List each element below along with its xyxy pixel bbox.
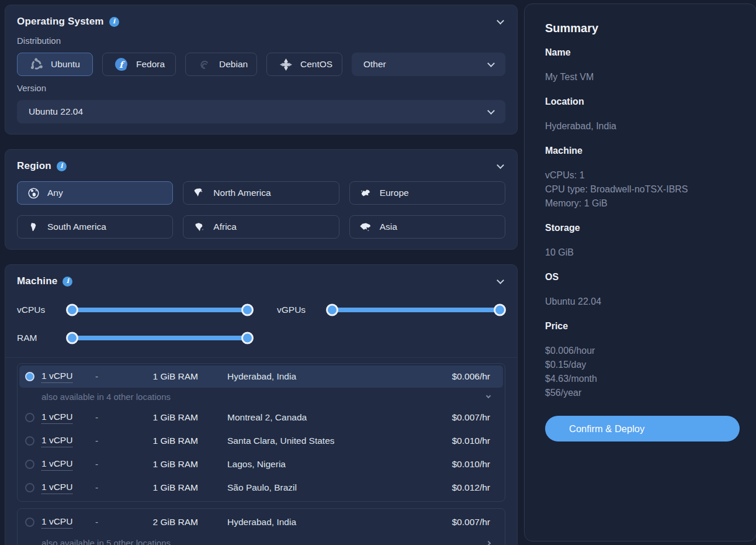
radio-icon[interactable] bbox=[25, 483, 34, 492]
region-button-north-america[interactable]: North America bbox=[183, 181, 339, 205]
summary-panel: Summary Name My Test VM Location Hyderab… bbox=[524, 4, 756, 541]
plan-vcpu: 1 vCPU bbox=[41, 435, 72, 447]
ram-range-slider[interactable] bbox=[67, 336, 253, 340]
plan-row[interactable]: 1 vCPU - 1 GiB RAM São Paulo, Brazil $0.… bbox=[19, 476, 503, 499]
more-locations-label: also available in 4 other locations bbox=[41, 392, 171, 402]
region-button-africa[interactable]: Africa bbox=[183, 215, 339, 239]
plan-row[interactable]: 1 vCPU - 1 GiB RAM Santa Clara, United S… bbox=[19, 429, 503, 453]
plan-vcpu: 1 vCPU bbox=[41, 482, 72, 494]
more-locations-label: also available in 5 other locations bbox=[41, 538, 171, 545]
summary-os-value: Ubuntu 22.04 bbox=[545, 295, 740, 309]
other-distro-select[interactable]: Other bbox=[352, 53, 505, 76]
plan-row[interactable]: 1 vCPU - 1 GiB RAM Lagos, Nigeria $0.010… bbox=[19, 453, 503, 476]
centos-logo-icon bbox=[279, 57, 293, 71]
vgpus-slider-row: vGPUs bbox=[277, 300, 505, 320]
info-icon[interactable]: i bbox=[63, 277, 72, 287]
radio-icon[interactable] bbox=[25, 518, 34, 527]
region-label: North America bbox=[213, 188, 271, 198]
slider-handle-min[interactable] bbox=[66, 304, 78, 316]
radio-icon[interactable] bbox=[25, 413, 34, 422]
region-title: Region bbox=[17, 160, 51, 172]
chevron-down-icon[interactable] bbox=[497, 161, 504, 169]
region-label: Asia bbox=[380, 222, 397, 232]
plan-separator: - bbox=[95, 482, 122, 493]
chevron-down-icon bbox=[486, 393, 491, 398]
plan-ram: 1 GiB RAM bbox=[122, 412, 198, 423]
region-buttons: Any North America Europe bbox=[17, 181, 505, 239]
plan-separator: - bbox=[95, 371, 122, 382]
plan-location: São Paulo, Brazil bbox=[227, 482, 452, 493]
more-locations-toggle[interactable]: also available in 5 other locations bbox=[19, 534, 503, 545]
plan-row[interactable]: 1 vCPU - 1 GiB RAM Montreal 2, Canada $0… bbox=[19, 406, 503, 429]
summary-storage-label: Storage bbox=[545, 223, 740, 233]
region-label: Europe bbox=[380, 188, 409, 198]
slider-handle-min[interactable] bbox=[66, 332, 78, 344]
plan-location: Hyderabad, India bbox=[227, 371, 452, 382]
africa-icon bbox=[193, 221, 206, 233]
plan-separator: - bbox=[95, 517, 122, 527]
plan-separator: - bbox=[95, 412, 122, 423]
chevron-down-icon bbox=[487, 60, 495, 67]
radio-icon[interactable] bbox=[25, 436, 34, 446]
distro-button-centos[interactable]: CentOS bbox=[266, 53, 342, 76]
slider-handle-max[interactable] bbox=[241, 332, 254, 344]
confirm-deploy-button[interactable]: Confirm & Deploy bbox=[545, 416, 740, 441]
region-button-south-america[interactable]: South America bbox=[17, 215, 173, 239]
slider-handle-min[interactable] bbox=[326, 304, 338, 316]
distro-button-ubuntu[interactable]: Ubuntu bbox=[17, 53, 93, 76]
plan-price: $0.012/hr bbox=[452, 482, 491, 493]
vgpus-range-slider[interactable] bbox=[327, 308, 505, 312]
machine-title: Machine bbox=[17, 275, 57, 287]
plan-price: $0.006/hr bbox=[452, 371, 491, 382]
vcpus-slider-label: vCPUs bbox=[17, 305, 67, 315]
ram-slider-label: RAM bbox=[17, 333, 67, 343]
europe-icon bbox=[359, 187, 372, 199]
region-button-europe[interactable]: Europe bbox=[349, 181, 505, 205]
distro-button-fedora[interactable]: f Fedora bbox=[102, 53, 176, 76]
info-icon[interactable]: i bbox=[109, 17, 119, 27]
version-label: Version bbox=[17, 83, 505, 93]
version-select[interactable]: Ubuntu 22.04 bbox=[17, 100, 505, 123]
summary-machine-memory: Memory: 1 GiB bbox=[545, 196, 740, 211]
chevron-down-icon[interactable] bbox=[497, 277, 504, 284]
summary-name-label: Name bbox=[545, 47, 740, 58]
info-icon[interactable]: i bbox=[57, 161, 67, 171]
summary-machine-label: Machine bbox=[545, 146, 740, 156]
region-button-asia[interactable]: Asia bbox=[349, 215, 505, 239]
vgpus-slider-label: vGPUs bbox=[277, 305, 327, 315]
south-america-icon bbox=[27, 221, 40, 233]
summary-machine-cpu-type: CPU type: Broadwell-noTSX-IBRS bbox=[545, 182, 740, 196]
summary-price-month: $4.63/month bbox=[545, 372, 740, 386]
summary-price-label: Price bbox=[545, 321, 740, 332]
slider-handle-max[interactable] bbox=[241, 304, 254, 316]
other-distro-value: Other bbox=[363, 59, 386, 70]
vcpus-slider-row: vCPUs bbox=[17, 300, 253, 320]
machine-sliders: vCPUs vGPUs RAM bbox=[17, 300, 505, 348]
operating-system-section: Operating System i Distribution Ubuntu bbox=[5, 5, 518, 134]
plan-vcpu: 1 vCPU bbox=[41, 458, 72, 471]
chevron-down-icon bbox=[487, 107, 495, 115]
plan-ram: 1 GiB RAM bbox=[122, 436, 198, 446]
plan-location: Montreal 2, Canada bbox=[227, 412, 452, 423]
summary-storage-value: 10 GiB bbox=[545, 246, 740, 260]
summary-price-year: $56/year bbox=[545, 386, 740, 400]
plan-group: 1 vCPU - 2 GiB RAM Hyderabad, India $0.0… bbox=[17, 508, 505, 545]
plan-ram: 1 GiB RAM bbox=[122, 482, 198, 493]
plan-row-selected[interactable]: 1 vCPU - 1 GiB RAM Hyderabad, India $0.0… bbox=[19, 365, 503, 388]
chevron-down-icon[interactable] bbox=[497, 17, 504, 25]
slider-handle-max[interactable] bbox=[494, 304, 506, 316]
plan-row[interactable]: 1 vCPU - 2 GiB RAM Hyderabad, India $0.0… bbox=[19, 510, 503, 534]
plan-vcpu: 1 vCPU bbox=[41, 412, 72, 424]
region-label: Africa bbox=[213, 222, 237, 232]
radio-icon[interactable] bbox=[25, 460, 34, 469]
distribution-buttons: Ubuntu f Fedora Debian bbox=[17, 53, 505, 76]
plan-price: $0.007/hr bbox=[452, 517, 491, 527]
summary-os-label: OS bbox=[545, 272, 740, 282]
region-button-any[interactable]: Any bbox=[17, 181, 173, 205]
distro-button-debian[interactable]: Debian bbox=[185, 53, 257, 76]
plan-price: $0.007/hr bbox=[452, 412, 491, 423]
more-locations-toggle[interactable]: also available in 4 other locations bbox=[19, 388, 503, 406]
vcpus-range-slider[interactable] bbox=[67, 308, 253, 312]
radio-selected-icon[interactable] bbox=[25, 372, 34, 381]
plan-location: Lagos, Nigeria bbox=[227, 459, 452, 470]
